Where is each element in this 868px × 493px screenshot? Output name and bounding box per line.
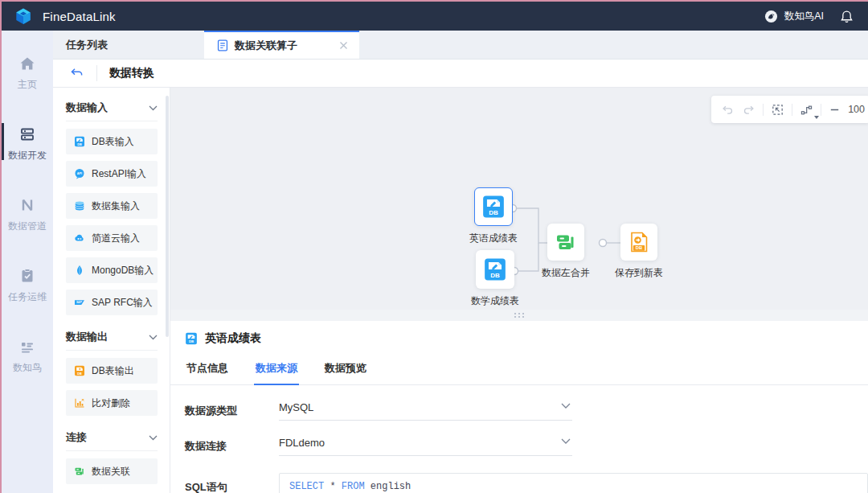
config-tabs: 节点信息 数据来源 数据预览 xyxy=(170,355,868,385)
divider xyxy=(66,121,158,121)
palette-item-jiandaoyun-input[interactable]: 简道云输入 xyxy=(66,225,158,251)
palette-item-label: 比对删除 xyxy=(92,396,130,410)
chevron-down-icon xyxy=(149,105,158,111)
sql-text: * xyxy=(324,481,342,492)
sidebar-item-home[interactable]: 主页 xyxy=(2,55,53,92)
redo-icon[interactable] xyxy=(742,103,755,117)
sidebar-item-label: 数据管道 xyxy=(8,220,47,233)
divider xyxy=(763,104,764,116)
app-sidebar: 主页 数据开发 数据管道 xyxy=(2,31,53,493)
palette-item-db-input[interactable]: DB表输入 xyxy=(66,129,158,154)
node-box[interactable] xyxy=(547,224,584,261)
chevron-down-icon xyxy=(149,335,158,340)
palette-item-restapi-input[interactable]: RestAPI输入 xyxy=(66,161,158,187)
section-data-output[interactable]: 数据输出 xyxy=(53,322,170,350)
palette-item-mongodb-input[interactable]: MongoDB输入 xyxy=(66,257,158,283)
section-data-input[interactable]: 数据输入 xyxy=(53,92,170,121)
palette-item-label: SAP RFC输入 xyxy=(92,296,153,310)
zoom-out-icon[interactable] xyxy=(829,104,841,116)
data-join-icon xyxy=(74,466,85,477)
data-join-icon xyxy=(555,231,577,253)
sql-text: english xyxy=(365,481,411,492)
palette-item-label: DB表输出 xyxy=(92,364,134,378)
db-table-output-icon xyxy=(74,365,85,376)
task-ops-icon xyxy=(18,267,36,285)
divider xyxy=(821,104,821,116)
app-logo-icon xyxy=(14,7,32,25)
tab-label: 任务列表 xyxy=(66,38,108,52)
flow-node-math-scores[interactable]: 数学成绩表 xyxy=(463,250,527,308)
sidebar-item-label: 数知鸟 xyxy=(13,361,42,375)
form-row-datasource-type: 数据源类型 MySQL xyxy=(185,401,868,421)
select-value: FDLdemo xyxy=(279,437,325,449)
fit-view-icon[interactable] xyxy=(771,103,784,117)
connector-style-icon[interactable] xyxy=(800,103,813,117)
tab-data-preview[interactable]: 数据预览 xyxy=(323,355,368,384)
node-label: 保存到新表 xyxy=(615,266,663,280)
db-table-input-icon xyxy=(185,332,198,345)
palette-item-dataset-input[interactable]: 数据集输入 xyxy=(66,193,158,219)
palette-item-db-output[interactable]: DB表输出 xyxy=(66,358,158,384)
node-label: 数学成绩表 xyxy=(471,294,519,308)
save-to-new-table-icon xyxy=(628,231,650,253)
panel-resize-handle[interactable] xyxy=(170,310,868,321)
palette-item-sap-rfc-input[interactable]: SAP RFC输入 xyxy=(66,290,158,315)
assistant-label: 数知鸟AI xyxy=(784,10,824,23)
palette-scrollbar[interactable] xyxy=(166,96,169,337)
section-title: 连接 xyxy=(66,430,87,445)
palette-item-compare-delete[interactable]: 比对删除 xyxy=(66,390,158,416)
node-box[interactable] xyxy=(474,187,513,226)
sidebar-item-pipeline[interactable]: 数据管道 xyxy=(2,196,53,233)
tab-data-source[interactable]: 数据来源 xyxy=(254,355,299,384)
sidebar-item-bird[interactable]: 数知鸟 xyxy=(2,338,53,375)
palette-item-label: RestAPI输入 xyxy=(92,167,146,181)
palette-item-label: 数据集输入 xyxy=(92,199,140,213)
db-table-input-icon xyxy=(481,195,506,219)
palette-item-label: DB表输入 xyxy=(92,135,134,149)
undo-icon[interactable] xyxy=(721,103,735,117)
flow-node-english-scores[interactable]: 英语成绩表 xyxy=(461,187,526,245)
jiandaoyun-input-icon xyxy=(74,232,85,244)
sql-editor[interactable]: SELECT * FROM english xyxy=(279,473,868,493)
tab-node-info[interactable]: 节点信息 xyxy=(185,355,230,384)
tab-data-join-operator[interactable]: 数据关联算子 xyxy=(204,31,359,59)
data-dev-icon xyxy=(18,125,36,143)
notifications-bell-icon[interactable] xyxy=(840,10,854,23)
datasource-type-select[interactable]: MySQL xyxy=(279,401,572,421)
chevron-down-icon xyxy=(149,435,158,441)
sidebar-item-label: 数据开发 xyxy=(8,149,47,162)
field-label: 数据源类型 xyxy=(185,404,279,418)
bird-avatar-icon xyxy=(764,9,779,24)
back-arrow-icon xyxy=(70,68,84,80)
app-title: FineDataLink xyxy=(43,10,116,23)
home-icon xyxy=(18,55,36,72)
divider xyxy=(66,450,158,451)
mongodb-input-icon xyxy=(74,265,85,276)
node-box[interactable] xyxy=(620,224,657,261)
flow-node-save-new-table[interactable]: 保存到新表 xyxy=(607,224,671,280)
close-icon[interactable] xyxy=(339,41,348,50)
assistant-button[interactable]: 数知鸟AI xyxy=(764,9,824,24)
config-node-title: 英语成绩表 xyxy=(205,331,261,346)
chevron-down-icon xyxy=(561,403,571,409)
palette-item-data-join[interactable]: 数据关联 xyxy=(66,458,158,484)
sidebar-item-task-ops[interactable]: 任务运维 xyxy=(2,267,53,304)
divider xyxy=(96,65,97,81)
db-table-input-icon xyxy=(483,257,507,281)
finedatalink-app: FineDataLink 数知鸟AI 主页 xyxy=(0,0,868,493)
document-tab-icon xyxy=(217,39,228,51)
back-button[interactable] xyxy=(70,68,84,80)
tab-task-list[interactable]: 任务列表 xyxy=(53,31,121,59)
field-label: SQL语句 xyxy=(185,473,279,493)
pipeline-icon xyxy=(18,196,36,214)
flow-canvas[interactable]: 英语成绩表 数学成绩表 数据左合并 xyxy=(170,88,868,310)
node-config-panel: 英语成绩表 节点信息 数据来源 数据预览 数据源类型 MySQL xyxy=(170,321,868,493)
sidebar-item-data-dev[interactable]: 数据开发 xyxy=(2,125,53,162)
data-connection-select[interactable]: FDLdemo xyxy=(279,436,572,456)
editor-header: 数据转换 xyxy=(53,60,868,88)
node-box[interactable] xyxy=(476,250,514,289)
flow-node-left-join[interactable]: 数据左合并 xyxy=(534,224,598,280)
node-label: 数据左合并 xyxy=(542,266,590,280)
section-connect[interactable]: 连接 xyxy=(53,422,170,450)
zoom-level: 100 xyxy=(848,104,866,115)
